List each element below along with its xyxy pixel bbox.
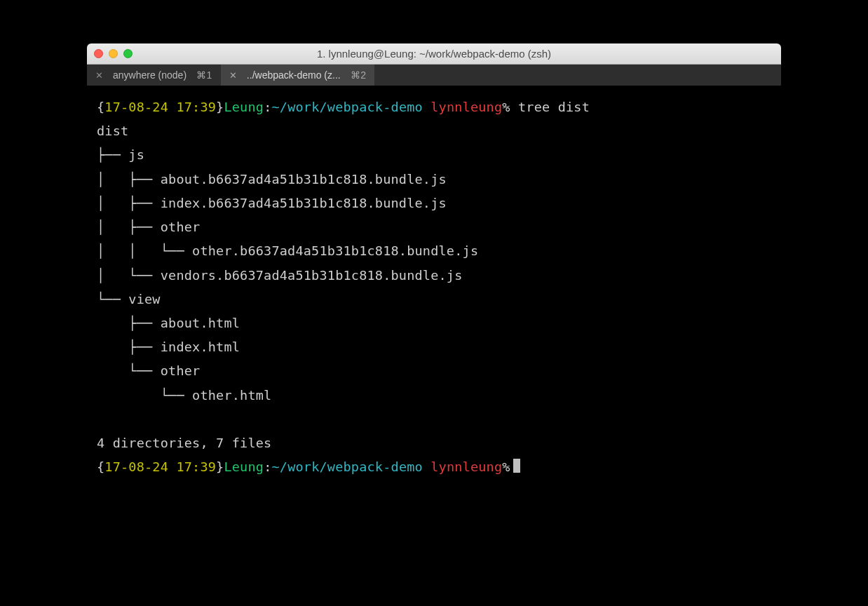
close-tab-icon[interactable]: ✕ bbox=[229, 70, 237, 81]
tree-summary: 4 directories, 7 files bbox=[97, 436, 271, 450]
terminal-window: 1. lynnleung@Leung: ~/work/webpack-demo … bbox=[87, 43, 781, 564]
titlebar[interactable]: 1. lynnleung@Leung: ~/work/webpack-demo … bbox=[87, 43, 781, 65]
prompt-line: {17-08-24 17:39}Leung:~/work/webpack-dem… bbox=[97, 100, 590, 114]
prompt-line: {17-08-24 17:39}Leung:~/work/webpack-dem… bbox=[97, 459, 510, 474]
zoom-icon[interactable] bbox=[123, 49, 133, 58]
tab-shortcut: ⌘2 bbox=[351, 69, 367, 81]
tab-shortcut: ⌘1 bbox=[196, 69, 212, 81]
window-title: 1. lynnleung@Leung: ~/work/webpack-demo … bbox=[87, 48, 781, 60]
tab-bar: ✕ anywhere (node) ⌘1 ✕ ../webpack-demo (… bbox=[87, 65, 781, 86]
tab-webpack-demo[interactable]: ✕ ../webpack-demo (z... ⌘2 bbox=[221, 65, 375, 86]
terminal-body[interactable]: {17-08-24 17:39}Leung:~/work/webpack-dem… bbox=[87, 86, 781, 564]
tab-label: ../webpack-demo (z... bbox=[247, 69, 341, 81]
command-text: tree dist bbox=[518, 100, 590, 114]
tab-anywhere[interactable]: ✕ anywhere (node) ⌘1 bbox=[87, 65, 221, 86]
close-tab-icon[interactable]: ✕ bbox=[95, 70, 103, 81]
minimize-icon[interactable] bbox=[109, 49, 118, 58]
traffic-lights bbox=[94, 49, 133, 58]
cursor-icon bbox=[513, 459, 520, 473]
close-icon[interactable] bbox=[94, 49, 103, 58]
tree-output: dist ├── js │ ├── about.b6637ad4a51b31b1… bbox=[97, 123, 478, 402]
tab-label: anywhere (node) bbox=[113, 69, 187, 81]
